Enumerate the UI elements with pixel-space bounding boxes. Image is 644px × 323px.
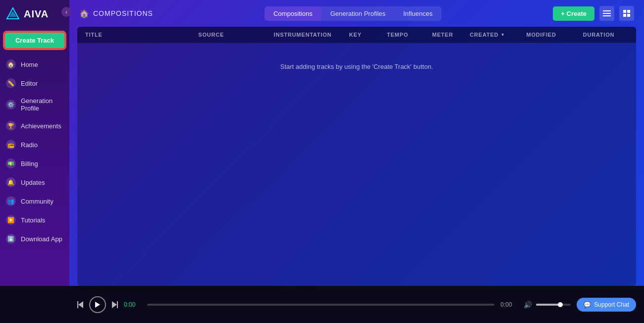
svg-rect-7 — [623, 14, 626, 17]
nav-label-community: Community — [21, 198, 54, 205]
top-nav-left: 🏠 COMPOSITIONS — [79, 9, 153, 18]
volume-knob — [558, 302, 563, 307]
top-nav: 🏠 COMPOSITIONS CompositionsGeneration Pr… — [69, 0, 644, 27]
nav-icon-generation-profile: ⚙️ — [6, 100, 16, 109]
sidebar-item-download-app[interactable]: ⬇️ Download App — [0, 229, 69, 248]
list-view-toggle[interactable] — [599, 6, 614, 21]
sidebar-logo: AIVA — [0, 0, 69, 28]
nav-label-generation-profile: Generation Profile — [21, 97, 63, 112]
play-button[interactable] — [89, 296, 106, 313]
svg-marker-10 — [78, 301, 83, 308]
create-track-button[interactable]: Create Track — [4, 32, 65, 49]
nav-icon-billing: 💵 — [6, 159, 16, 168]
th-title: TITLE — [85, 32, 198, 38]
sidebar-item-achievements[interactable]: 🏆 Achievements — [0, 116, 69, 135]
sidebar-item-billing[interactable]: 💵 Billing — [0, 154, 69, 173]
nav-label-tutorials: Tutorials — [21, 216, 45, 224]
nav-label-achievements: Achievements — [21, 122, 61, 130]
nav-label-editor: Editor — [21, 80, 38, 87]
support-chat-label: Support Chat — [594, 301, 629, 308]
app-container: AIVA ‹ Create Track 🏠 Home ✏️ Editor ⚙️ … — [0, 0, 644, 323]
sidebar-item-radio[interactable]: 📻 Radio — [0, 135, 69, 154]
content-area: 🏠 COMPOSITIONS CompositionsGeneration Pr… — [69, 0, 644, 286]
th-instrumentation: INSTRUMENTATION — [274, 32, 349, 38]
compositions-table: TITLESOURCEINSTRUMENTATIONKEYTEMPOMETERC… — [77, 27, 636, 286]
svg-rect-6 — [627, 10, 630, 13]
th-created: CREATED ▼ — [470, 32, 526, 38]
chat-icon: 💬 — [584, 301, 591, 308]
nav-icon-updates: 🔔 — [6, 177, 16, 187]
sidebar-nav: 🏠 Home ✏️ Editor ⚙️ Generation Profile 🏆… — [0, 55, 69, 286]
volume-slider[interactable] — [536, 304, 571, 306]
nav-icon-tutorials: ▶️ — [6, 215, 16, 225]
volume-area: 🔊 — [524, 301, 571, 309]
nav-label-download-app: Download App — [21, 235, 62, 243]
prev-button[interactable] — [77, 301, 84, 308]
sidebar: AIVA ‹ Create Track 🏠 Home ✏️ Editor ⚙️ … — [0, 0, 69, 286]
nav-icon-achievements: 🏆 — [6, 121, 16, 131]
nav-icon-community: 👥 — [6, 196, 16, 206]
nav-label-updates: Updates — [21, 179, 45, 186]
player-bar: 0:00 0:00 🔊 💬 Support Chat — [69, 286, 644, 323]
th-modified: MODIFIED — [527, 32, 583, 38]
home-icon: 🏠 — [79, 9, 89, 18]
breadcrumb: COMPOSITIONS — [93, 9, 153, 17]
support-chat-button[interactable]: 💬 Support Chat — [577, 298, 636, 312]
table-header: TITLESOURCEINSTRUMENTATIONKEYTEMPOMETERC… — [77, 27, 636, 43]
svg-rect-2 — [603, 10, 611, 11]
svg-rect-9 — [77, 301, 78, 308]
svg-rect-3 — [603, 13, 611, 14]
svg-rect-8 — [627, 14, 630, 17]
tab-group: CompositionsGeneration ProfilesInfluence… — [265, 6, 441, 21]
player-controls — [77, 296, 118, 313]
sidebar-item-tutorials[interactable]: ▶️ Tutorials — [0, 211, 69, 229]
sidebar-collapse-button[interactable]: ‹ — [61, 7, 71, 17]
svg-marker-11 — [95, 302, 100, 308]
nav-icon-editor: ✏️ — [6, 78, 16, 88]
next-button[interactable] — [111, 301, 118, 308]
sidebar-item-home[interactable]: 🏠 Home — [0, 55, 69, 74]
sidebar-item-editor[interactable]: ✏️ Editor — [0, 74, 69, 93]
th-duration: DURATION — [583, 32, 628, 38]
time-current: 0:00 — [124, 301, 141, 308]
svg-marker-13 — [112, 301, 117, 308]
logo-text: AIVA — [24, 8, 49, 20]
svg-rect-12 — [117, 301, 118, 308]
sidebar-item-updates[interactable]: 🔔 Updates — [0, 173, 69, 192]
th-tempo: TEMPO — [387, 32, 432, 38]
progress-bar[interactable] — [147, 304, 494, 306]
create-button[interactable]: + Create — [553, 6, 594, 21]
th-source: SOURCE — [198, 32, 273, 38]
sidebar-bottom — [0, 286, 69, 323]
nav-icon-radio: 📻 — [6, 140, 16, 150]
sidebar-item-community[interactable]: 👥 Community — [0, 192, 69, 211]
th-key: KEY — [349, 32, 387, 38]
nav-icon-home: 🏠 — [6, 59, 16, 69]
nav-label-radio: Radio — [21, 141, 38, 149]
top-nav-right: + Create — [553, 6, 634, 21]
logo-icon — [5, 6, 21, 22]
svg-rect-5 — [623, 10, 626, 13]
table-empty-message: Start adding tracks by using the 'Create… — [77, 43, 636, 90]
volume-icon[interactable]: 🔊 — [524, 301, 532, 309]
nav-icon-download-app: ⬇️ — [6, 234, 16, 244]
tab-generation-profiles[interactable]: Generation Profiles — [322, 6, 394, 21]
time-total: 0:00 — [500, 301, 518, 308]
grid-view-toggle[interactable] — [619, 6, 634, 21]
th-meter: METER — [432, 32, 470, 38]
main-area: AIVA ‹ Create Track 🏠 Home ✏️ Editor ⚙️ … — [0, 0, 644, 286]
sidebar-item-generation-profile[interactable]: ⚙️ Generation Profile — [0, 93, 69, 116]
bottom-bar: 0:00 0:00 🔊 💬 Support Chat — [0, 286, 644, 323]
tab-compositions[interactable]: Compositions — [265, 6, 322, 21]
nav-label-billing: Billing — [21, 160, 38, 167]
svg-rect-4 — [603, 15, 611, 16]
nav-label-home: Home — [21, 61, 38, 68]
volume-fill — [536, 304, 560, 306]
tab-influences[interactable]: Influences — [394, 6, 441, 21]
